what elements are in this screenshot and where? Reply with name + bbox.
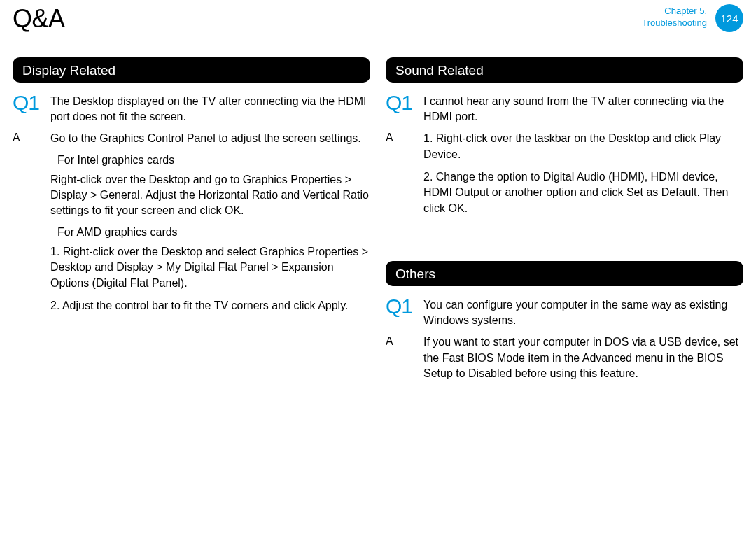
question-text: You can conﬁgure your computer in the sa… [424,296,743,327]
question-label: Q1 [386,296,415,317]
answer-label: A [13,131,42,144]
question-label: Q1 [386,92,415,113]
answer-label: A [386,131,415,144]
answer-step-1: 1. Right-click over the taskbar on the D… [424,131,743,162]
page-header: Q&A Chapter 5. Troubleshooting 124 [13,0,743,36]
answer-row: A Go to the Graphics Control Panel to ad… [13,131,370,146]
answer-step-2: 2. Change the option to Digital Audio (H… [424,169,743,216]
section-display-related: Display Related [13,57,370,83]
section-sound-related: Sound Related [386,57,743,83]
answer-label: A [386,334,415,348]
sound-q1: Q1 I cannot hear any sound from the TV a… [386,92,743,216]
intel-body: Right-click over the Desktop and go to G… [50,172,370,219]
section-others: Others [386,261,743,286]
chapter-info: Chapter 5. Troubleshooting [642,6,707,29]
question-row: Q1 I cannot hear any sound from the TV a… [386,92,743,124]
chapter-line-2: Troubleshooting [642,17,707,29]
amd-step-1: 1. Right-click over the Desktop and sele… [50,244,370,291]
chapter-line-1: Chapter 5. [642,6,707,17]
left-column: Display Related Q1 The Desktop displayed… [13,57,370,395]
amd-heading: For AMD graphics cards [57,226,370,239]
page-title: Q&A [13,4,65,34]
page-number-badge: 124 [715,4,743,32]
spacer [386,229,743,261]
question-row: Q1 The Desktop displayed on the TV after… [13,92,370,124]
question-text: I cannot hear any sound from the TV afte… [424,92,743,124]
answer-text: If you want to start your computer in DO… [424,334,743,381]
question-label: Q1 [13,92,42,113]
display-q1: Q1 The Desktop displayed on the TV after… [13,92,370,313]
question-text: The Desktop displayed on the TV after co… [50,92,370,124]
amd-step-2: 2. Adjust the control bar to ﬁt the TV c… [50,298,370,313]
content-columns: Display Related Q1 The Desktop displayed… [0,36,756,395]
question-row: Q1 You can conﬁgure your computer in the… [386,296,743,327]
others-q1: Q1 You can conﬁgure your computer in the… [386,296,743,381]
answer-text: Go to the Graphics Control Panel to adju… [50,131,361,146]
answer-row: A 1. Right-click over the taskbar on the… [386,131,743,162]
answer-row: A If you want to start your computer in … [386,334,743,381]
right-column: Sound Related Q1 I cannot hear any sound… [386,57,743,395]
intel-heading: For Intel graphics cards [57,154,370,167]
